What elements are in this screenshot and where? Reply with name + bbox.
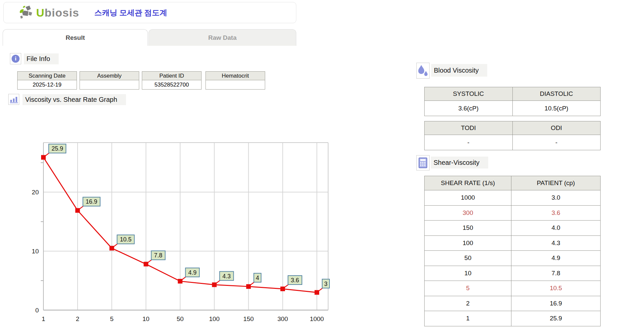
tab-raw-data[interactable]: Raw Data [148,29,296,46]
patient-viscosity-cell: 4.3 [511,235,601,251]
shear-rate-cell: 50 [425,251,511,266]
y-axis-tick-label: 20 [32,189,39,196]
patient-viscosity-cell: 3.0 [511,190,601,206]
column-header: ODI [512,121,601,135]
column-header: TODI [425,121,513,135]
x-axis-tick-label: 5 [110,315,114,322]
patient-viscosity-cell: 3.6 [511,205,601,221]
todi-value: - [425,135,513,150]
field-value [206,80,265,89]
odi-value: - [512,135,601,150]
viscosity-shear-rate-chart: 010201251050100150300100025.916.910.57.8… [18,109,336,330]
column-header: DIASTOLIC [512,87,601,101]
column-header: SHEAR RATE (1/s) [425,176,511,190]
calculator-icon [416,155,430,170]
data-point-label: 25.9 [51,145,63,152]
patient-viscosity-cell: 10.5 [511,281,601,296]
patient-viscosity-cell: 16.9 [511,296,601,311]
file-info-field: Hematocrit [205,71,265,90]
blood-viscosity-index-table: TODI ODI - - [424,121,601,150]
ubiosis-logo-icon [18,5,36,20]
data-point-marker [75,208,80,213]
blood-viscosity-pressure-table: SYSTOLIC DIASTOLIC 3.6(cP) 10.5(cP) [424,87,601,116]
field-label: Patient ID [142,72,201,80]
ubiosis-logo-text: Ubiosis [36,6,79,19]
patient-viscosity-cell: 4.9 [511,251,601,266]
data-point-marker [144,262,148,266]
data-point-marker [109,246,114,250]
field-label: Hematocrit [206,72,265,80]
column-header: SYSTOLIC [425,87,513,101]
x-axis-tick-label: 1000 [310,315,324,322]
table-row: 10003.0 [425,190,601,206]
y-axis-tick-label: 0 [35,307,39,314]
field-value [80,80,139,89]
info-icon: i [10,53,21,64]
data-point-label: 4.9 [188,269,197,276]
patient-viscosity-cell: 4.0 [511,221,601,236]
data-point-label: 4.3 [222,273,231,280]
droplets-icon [416,63,430,79]
column-header: PATIENT (cp) [511,176,601,190]
data-point-marker [280,287,285,291]
x-axis-tick-label: 150 [243,315,254,322]
shear-rate-cell: 150 [425,221,511,236]
file-info-field: Patient ID53528522700 [142,71,202,90]
x-axis-tick-label: 1 [42,315,45,322]
shear-rate-cell: 300 [425,205,511,221]
x-axis-tick-label: 10 [143,315,149,322]
x-axis-tick-label: 2 [76,315,80,322]
data-point-label: 4 [256,275,259,281]
header-bar: Ubiosis 스캐닝 모세관 점도계 [3,2,296,23]
shear-rate-cell: 100 [425,235,511,251]
shear-rate-cell: 2 [425,296,511,311]
table-header-row: SHEAR RATE (1/s) PATIENT (cp) [425,176,601,190]
table-row: 107.8 [425,266,601,281]
data-point-label: 10.5 [120,236,132,243]
field-label: Assembly [80,72,139,80]
table-row: 125.9 [425,311,601,326]
systolic-value: 3.6(cP) [425,101,513,116]
data-point-marker [315,290,319,295]
patient-viscosity-cell: 25.9 [511,311,601,326]
table-row: 504.9 [425,251,601,266]
blood-viscosity-section-title: Blood Viscosity [431,64,487,77]
bar-chart-icon [8,94,19,105]
data-point-marker [41,155,46,160]
file-info-field: Scanning Date2025-12-19 [17,71,77,90]
data-point-marker [178,279,183,284]
tab-bar: Result Raw Data [0,29,298,46]
x-axis-tick-label: 300 [277,315,288,322]
table-row: 510.5 [425,281,601,296]
table-row: 1504.0 [425,221,601,236]
graph-section-title: Viscosity vs. Shear Rate Graph [23,94,126,105]
field-value: 2025-12-19 [18,80,77,89]
tab-result[interactable]: Result [3,29,148,46]
app-window: Ubiosis 스캐닝 모세관 점도계 Result Raw Data i Fi… [0,0,644,330]
shear-rate-cell: 10 [425,266,511,281]
data-point-label: 3.6 [291,277,299,284]
shear-rate-cell: 1 [425,311,511,326]
page-title: 스캐닝 모세관 점도계 [94,8,167,18]
shear-rate-cell: 5 [425,281,511,296]
x-axis-tick-label: 50 [177,315,184,322]
patient-viscosity-cell: 7.8 [511,266,601,281]
x-axis-tick-label: 100 [209,315,220,322]
data-point-marker [212,283,217,287]
data-point-label: 7.8 [154,252,162,259]
data-point-label: 16.9 [86,198,97,205]
table-row: 3003.6 [425,205,601,221]
data-point-marker [246,284,251,289]
diastolic-value: 10.5(cP) [512,101,601,116]
field-label: Scanning Date [18,72,77,80]
field-value: 53528522700 [142,80,201,89]
data-point-label: 3 [324,281,327,287]
file-info-section-title: File Info [24,53,59,64]
shear-viscosity-table: SHEAR RATE (1/s) PATIENT (cp) 10003.0300… [424,176,601,326]
table-row: 1004.3 [425,235,601,251]
y-axis-tick-label: 10 [32,248,39,255]
ubiosis-logo: Ubiosis [18,5,79,20]
shear-rate-cell: 1000 [425,190,511,206]
file-info-field: Assembly [80,71,139,90]
table-row: 216.9 [425,296,601,311]
